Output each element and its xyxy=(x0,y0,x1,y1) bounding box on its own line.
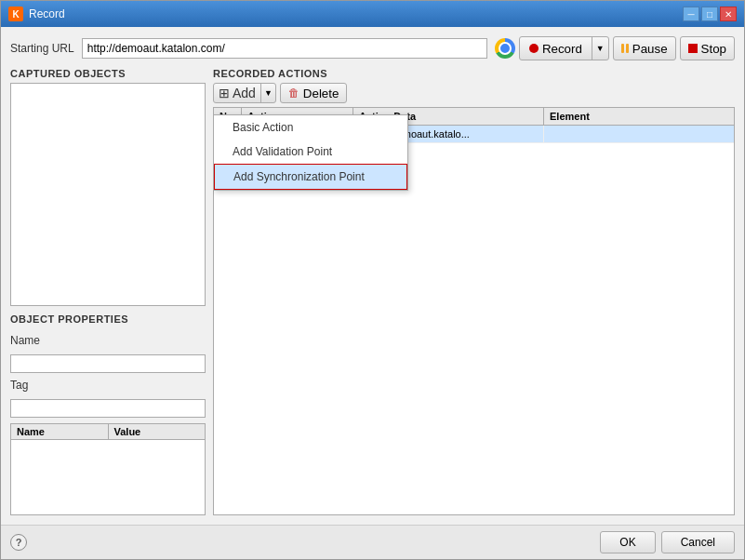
maximize-button[interactable]: □ xyxy=(701,7,718,21)
prop-table-rows xyxy=(11,440,205,514)
plus-icon: ⊞ xyxy=(219,86,230,100)
toolbar-buttons: Record ▼ Pause Stop xyxy=(495,36,735,60)
delete-button[interactable]: 🗑 Delete xyxy=(280,83,348,103)
tag-label: Tag xyxy=(10,379,206,392)
stop-label: Stop xyxy=(701,42,726,56)
prop-table-header: Name Value xyxy=(11,424,205,440)
dropdown-menu: Basic Action Add Validation Point Add Sy… xyxy=(213,114,408,191)
right-panel: RECORDED ACTIONS ⊞ Add ▼ 🗑 Delete xyxy=(213,68,735,515)
app-icon: K xyxy=(8,7,23,21)
url-label: Starting URL xyxy=(10,42,74,55)
object-properties-title: OBJECT PROPERTIES xyxy=(10,313,206,325)
pause-bar-1 xyxy=(621,44,624,53)
object-properties-section: OBJECT PROPERTIES Name Tag Name Value xyxy=(10,313,206,515)
content-area: Starting URL Record ▼ Pause xyxy=(1,27,744,525)
stop-icon xyxy=(688,44,698,53)
add-button[interactable]: ⊞ Add ▼ xyxy=(213,83,276,103)
title-bar-buttons: ─ □ ✕ xyxy=(683,7,737,21)
prop-table: Name Value xyxy=(10,423,206,515)
add-label: Add xyxy=(233,86,256,100)
add-dropdown-arrow[interactable]: ▼ xyxy=(261,84,275,102)
captured-objects-title: CAPTURED OBJECTS xyxy=(10,68,206,79)
name-label: Name xyxy=(10,334,206,347)
tag-input[interactable] xyxy=(10,399,206,418)
record-label: Record xyxy=(542,42,582,56)
add-btn-plus: ⊞ Add xyxy=(214,84,261,102)
record-btn-main: Record xyxy=(520,37,592,60)
stop-button[interactable]: Stop xyxy=(680,36,735,60)
prop-col-value: Value xyxy=(109,424,206,439)
main-panels: CAPTURED OBJECTS OBJECT PROPERTIES Name … xyxy=(10,68,735,515)
pause-icon xyxy=(621,44,629,53)
actions-toolbar: ⊞ Add ▼ 🗑 Delete xyxy=(213,83,735,103)
name-input[interactable] xyxy=(10,354,206,373)
url-input[interactable] xyxy=(82,38,487,59)
prop-col-name: Name xyxy=(11,424,109,439)
help-button[interactable]: ? xyxy=(10,534,27,551)
pause-label: Pause xyxy=(632,42,668,56)
record-dropdown-arrow[interactable]: ▼ xyxy=(592,37,608,60)
col-element: Element xyxy=(544,108,734,125)
captured-objects-section: CAPTURED OBJECTS xyxy=(10,68,206,306)
chrome-icon xyxy=(495,38,515,59)
record-button[interactable]: Record ▼ xyxy=(519,36,609,60)
recorded-actions-title: RECORDED ACTIONS xyxy=(213,68,735,79)
delete-label: Delete xyxy=(303,87,339,100)
dropdown-synchronization-point[interactable]: Add Synchronization Point xyxy=(214,164,407,190)
left-panel: CAPTURED OBJECTS OBJECT PROPERTIES Name … xyxy=(10,68,206,515)
title-bar: K Record ─ □ ✕ xyxy=(1,1,744,27)
trash-icon: 🗑 xyxy=(288,87,299,100)
title-bar-left: K Record xyxy=(8,7,65,21)
pause-bar-2 xyxy=(626,44,629,53)
dropdown-validation-point[interactable]: Add Validation Point xyxy=(214,140,407,164)
cancel-button[interactable]: Cancel xyxy=(661,531,735,553)
ok-button[interactable]: OK xyxy=(600,531,655,553)
main-window: K Record ─ □ ✕ Starting URL Record ▼ xyxy=(0,0,745,560)
url-row: Starting URL Record ▼ Pause xyxy=(10,36,735,60)
record-dot xyxy=(529,44,539,53)
captured-objects-list xyxy=(10,83,206,306)
minimize-button[interactable]: ─ xyxy=(683,7,699,21)
bottom-buttons: OK Cancel xyxy=(600,531,735,553)
close-button[interactable]: ✕ xyxy=(720,7,737,21)
dropdown-basic-action[interactable]: Basic Action xyxy=(214,115,407,140)
window-title: Record xyxy=(29,7,65,20)
pause-button[interactable]: Pause xyxy=(613,36,676,60)
bottom-bar: ? OK Cancel xyxy=(1,525,744,559)
row-element xyxy=(544,126,734,142)
